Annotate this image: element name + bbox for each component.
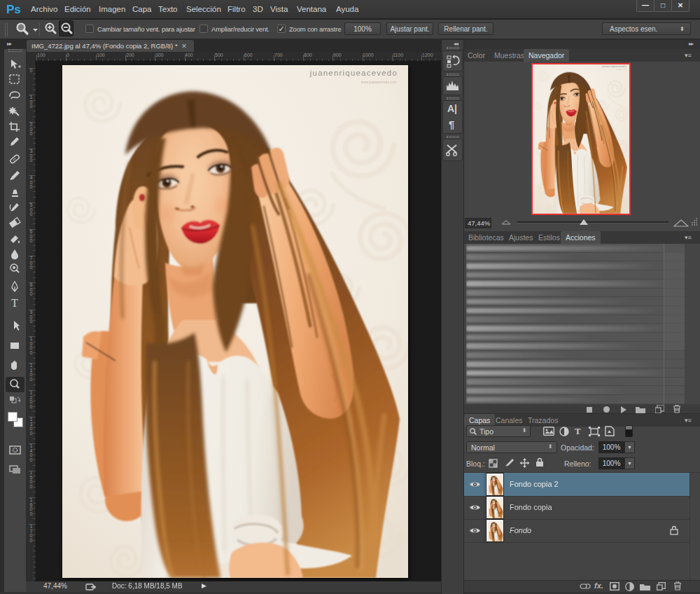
svg-text:T: T <box>11 297 18 309</box>
